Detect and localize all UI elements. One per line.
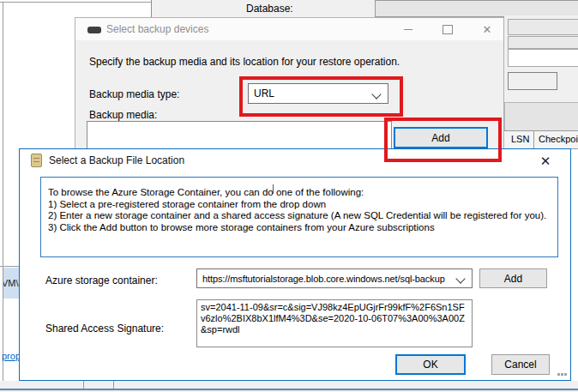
screenshot-root: Database: LSN Checkpoint VM\a prope Sele…: [0, 0, 578, 392]
selected-row-text: VM\a: [3, 278, 19, 288]
background-button[interactable]: [508, 72, 557, 90]
backup-media-type-select[interactable]: URL: [248, 83, 388, 104]
dialog-titlebar[interactable]: Select a Backup File Location ✕: [20, 149, 570, 172]
minimize-icon: [404, 29, 412, 30]
properties-link[interactable]: prope: [2, 351, 20, 361]
ok-button-label: OK: [423, 359, 437, 371]
resize-grip-icon[interactable]: [557, 373, 560, 376]
select-backup-file-location-dialog: Select a Backup File Location ✕ To brows…: [19, 148, 571, 381]
background-field[interactable]: [508, 36, 578, 49]
azure-storage-container-label: Azure storage container:: [45, 274, 158, 286]
instructions-box: To browse the Azure Storage Container, y…: [40, 177, 558, 257]
add-button-label: Add: [504, 273, 522, 285]
add-container-button[interactable]: Add: [479, 268, 547, 288]
dialog-title: Select backup devices: [106, 23, 208, 35]
select-backup-devices-dialog: Select backup devices ✕ Specify the back…: [75, 17, 504, 153]
text-cursor: [273, 184, 274, 194]
instruction-line: 2) Enter a new storage container and a s…: [48, 210, 557, 222]
grid-header-checkpoint: Checkpoint: [539, 134, 578, 144]
backup-device-icon: [87, 27, 101, 33]
grid-column-divider: [533, 131, 534, 148]
selected-row-fragment: VM\a: [3, 268, 19, 299]
close-icon: ✕: [540, 154, 551, 169]
background-bottom-strip: [0, 381, 578, 392]
azure-storage-container-select[interactable]: https://msftutorialstorage.blob.core.win…: [196, 268, 473, 288]
dialog-description: Specify the backup media and its locatio…: [89, 56, 400, 68]
add-button[interactable]: Add: [394, 127, 488, 148]
background-field: [504, 102, 578, 132]
minimize-button[interactable]: [399, 21, 418, 37]
grid-header-row: LSN Checkpoint: [504, 130, 578, 149]
chevron-down-icon: [371, 89, 381, 99]
grid-column-divider: [83, 381, 84, 389]
backup-file-icon: [31, 154, 42, 167]
background-right-panel: LSN Checkpoint: [504, 15, 578, 148]
add-button-label: Add: [431, 132, 449, 144]
shared-access-signature-label: Shared Access Signature:: [45, 323, 164, 335]
close-icon: ✕: [483, 23, 492, 36]
instruction-line: To browse the Azure Storage Container, y…: [48, 187, 557, 199]
window-edge-top: [0, 2, 151, 3]
database-label: Database:: [246, 3, 293, 15]
database-dropdown[interactable]: [375, 0, 578, 17]
maximize-icon: [443, 25, 453, 34]
dialog-title: Select a Backup File Location: [49, 154, 184, 166]
backup-media-type-value: URL: [254, 87, 274, 100]
maximize-button[interactable]: [438, 21, 457, 37]
chevron-down-icon: [455, 274, 465, 283]
close-button[interactable]: ✕: [478, 21, 497, 37]
cancel-button[interactable]: Cancel: [491, 354, 550, 375]
ok-button[interactable]: OK: [395, 354, 466, 375]
backup-media-type-label: Backup media type:: [89, 88, 179, 100]
azure-storage-container-value: https://msftutorialstorage.blob.core.win…: [202, 274, 445, 284]
grid-column-divider: [113, 381, 114, 389]
background-field[interactable]: [508, 49, 578, 67]
close-button[interactable]: ✕: [533, 152, 558, 171]
grid-header-lsn: LSN: [511, 134, 529, 144]
shared-access-signature-input[interactable]: sv=2041-11-09&sr=c&sig=VJ98kz4EpUGjrFr99…: [196, 299, 473, 347]
background-bottom-border: [0, 389, 578, 390]
background-field[interactable]: [508, 19, 578, 35]
dialog-titlebar[interactable]: Select backup devices ✕: [75, 18, 503, 40]
instruction-line: 1) Select a pre-registered storage conta…: [48, 199, 557, 211]
window-edge-left: [3, 2, 3, 392]
instruction-line: 3) Click the Add button to browse more s…: [48, 222, 557, 234]
background-divider: [0, 266, 19, 267]
backup-media-label: Backup media:: [89, 109, 157, 121]
cancel-button-label: Cancel: [504, 359, 536, 371]
